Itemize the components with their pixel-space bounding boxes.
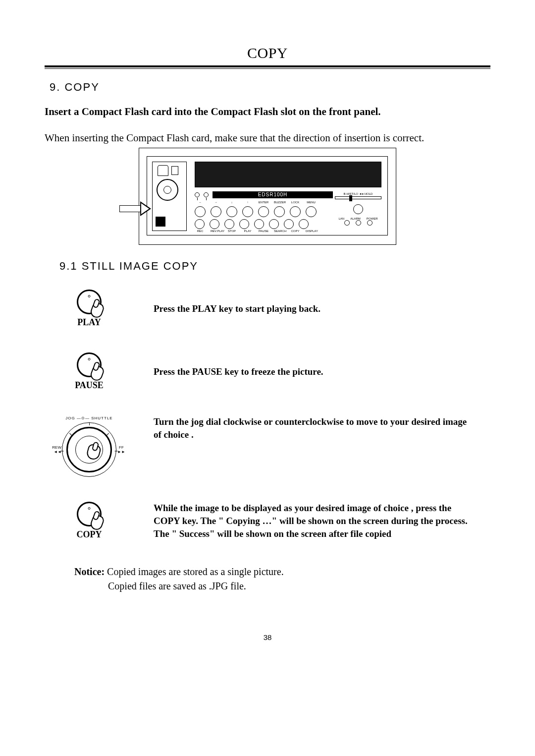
jog-ff-label: FF ►► — [117, 445, 126, 454]
power-led-icon — [353, 204, 363, 214]
jog-top-label: JOG —⊙— SHUTTLE — [62, 416, 116, 420]
intro-body: When inserting the Compact Flash card, m… — [45, 131, 451, 145]
press-button-icon — [77, 290, 102, 314]
notice-line2: Copied files are saved as .JPG file. — [108, 581, 246, 591]
device-lcd — [195, 162, 381, 187]
page-number: 38 — [45, 633, 490, 641]
step-pause-text: Press the PAUSE key to freeze the pictur… — [154, 365, 490, 378]
jog-dial-icon: JOG —⊙— SHUTTLE REW ◄◄ FF ►► — [62, 422, 116, 477]
brightness-slider-icon — [335, 196, 381, 199]
notice-block: Notice: Copied images are stored as a si… — [74, 565, 490, 593]
device-illustration: EDSR100H –→↓↑ENTERBUZZERLOCKMENU RECREV.… — [139, 148, 396, 245]
step-pause: PAUSE Press the PAUSE key to freeze the … — [59, 352, 490, 391]
step-jog-text: Turn the jog dial clockwise or countercl… — [154, 415, 490, 441]
press-button-icon — [77, 502, 102, 526]
bottom-button-labels: RECREV.PLAYSTOPPLAYPAUSESEARCHCOPYDISPLA… — [195, 229, 333, 233]
notice-line1: Copied images are stored as a single pic… — [107, 566, 284, 577]
device-right-cluster: B-HIST/LO ◄● HOLD LANALARMPOWER — [335, 192, 381, 226]
manual-page: COPY 9. COPY Insert a Compact Flash card… — [0, 0, 535, 641]
status-leds — [335, 220, 381, 226]
jog-rew-label: REW ◄◄ — [52, 445, 61, 454]
subsection-heading: 9.1 STILL IMAGE COPY — [59, 260, 490, 273]
play-key-label: PLAY — [59, 317, 119, 328]
header-rule-thin — [45, 68, 490, 69]
bottom-button-row — [195, 219, 333, 229]
step-play-text: Press the PLAY key to start playing back… — [154, 302, 490, 315]
press-button-icon — [77, 352, 102, 377]
slider-label: B-HIST/LO ◄● HOLD — [335, 192, 381, 195]
header-rule-thick — [45, 65, 490, 67]
top-button-labels: –→↓↑ENTERBUZZERLOCKMENU — [195, 200, 333, 204]
step-play: PLAY Press the PLAY key to start playing… — [59, 290, 490, 328]
section-heading: 9. COPY — [50, 81, 490, 94]
cf-slot — [152, 162, 187, 231]
intro-instruction: Insert a Compact Flash card into the Com… — [45, 106, 490, 118]
device-button-area: EDSR100H –→↓↑ENTERBUZZERLOCKMENU RECREV.… — [195, 191, 333, 233]
insert-arrow-icon — [119, 202, 154, 215]
device-front-panel: EDSR100H –→↓↑ENTERBUZZERLOCKMENU RECREV.… — [147, 156, 388, 235]
indicator-led-icon — [204, 192, 209, 197]
device-model-label: EDSR100H — [213, 191, 333, 198]
top-button-row — [195, 206, 333, 217]
indicator-led-icon — [195, 192, 200, 197]
device-illustration-wrap: EDSR100H –→↓↑ENTERBUZZERLOCKMENU RECREV.… — [45, 148, 490, 245]
page-header-title: COPY — [45, 45, 490, 61]
pause-key-label: PAUSE — [59, 380, 119, 391]
step-copy-text: While the image to be displayed as your … — [154, 502, 490, 540]
notice-label: Notice: — [74, 566, 105, 577]
copy-key-label: COPY — [59, 529, 119, 540]
step-copy: COPY While the image to be displayed as … — [59, 502, 490, 540]
step-jog: JOG —⊙— SHUTTLE REW ◄◄ FF ►► Turn the jo… — [59, 415, 490, 477]
